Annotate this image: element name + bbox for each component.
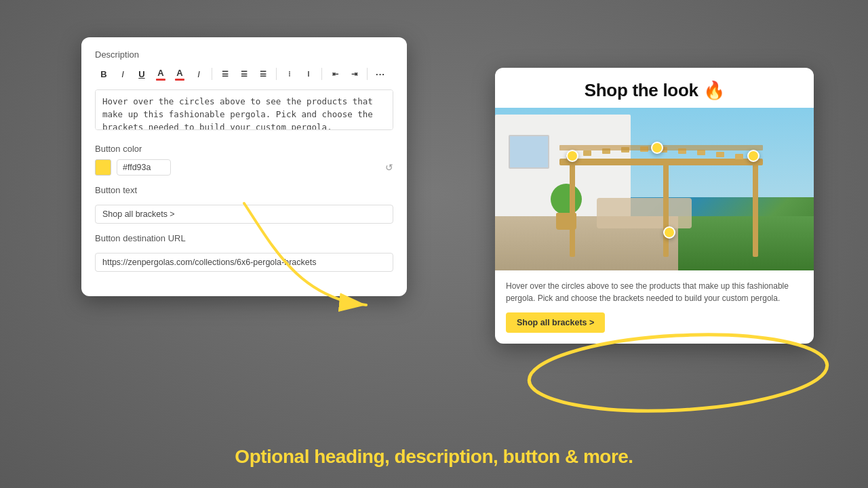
preview-image-area <box>495 108 814 270</box>
button-color-label: Button color <box>95 144 393 154</box>
bold-button[interactable]: B <box>95 65 113 83</box>
svg-rect-1 <box>570 162 575 257</box>
toolbar-divider-3 <box>321 68 322 80</box>
highlight-bar <box>175 79 184 81</box>
hotspot-1[interactable] <box>566 150 578 162</box>
color-preview-row: ↺ <box>95 159 393 176</box>
list-bullet-button[interactable]: ⁝ <box>281 65 298 83</box>
color-swatch[interactable] <box>95 159 111 176</box>
align-center-button[interactable]: ☰ <box>235 65 253 83</box>
editor-toolbar: B I U A A I ☰ ☰ ☰ ⁝ ⁞ ⇤ ⇥ ··· <box>95 65 393 83</box>
indent-more-button[interactable]: ⇥ <box>345 65 363 83</box>
preview-description: Hover over the circles above to see the … <box>506 280 803 304</box>
button-url-input[interactable] <box>95 253 393 272</box>
font-color-bar <box>156 79 165 81</box>
preview-heading: Shop the look 🔥 <box>495 68 814 108</box>
toolbar-divider-1 <box>212 68 212 80</box>
indent-less-button[interactable]: ⇤ <box>326 65 344 83</box>
align-right-button[interactable]: ☰ <box>254 65 272 83</box>
hotspot-3[interactable] <box>747 150 760 162</box>
font-color-button[interactable]: A <box>152 65 170 83</box>
underline-button[interactable]: U <box>133 65 151 83</box>
hotspot-2[interactable] <box>651 142 663 154</box>
svg-rect-3 <box>753 162 758 257</box>
svg-rect-4 <box>559 159 763 165</box>
svg-rect-13 <box>716 152 724 157</box>
button-url-field: Button destination URL <box>95 233 393 272</box>
italic-button[interactable]: I <box>114 65 132 83</box>
more-button[interactable]: ··· <box>372 65 389 83</box>
toolbar-divider-4 <box>367 68 368 80</box>
reset-color-button[interactable]: ↺ <box>385 162 393 173</box>
button-color-field: Button color ↺ <box>95 144 393 176</box>
hotspot-4[interactable] <box>663 226 675 239</box>
svg-rect-6 <box>583 150 591 156</box>
list-ordered-button[interactable]: ⁞ <box>300 65 317 83</box>
button-text-label: Button text <box>95 185 393 195</box>
align-left-button[interactable]: ☰ <box>216 65 234 83</box>
preview-content: Hover over the circles above to see the … <box>495 270 814 344</box>
preview-cta-button[interactable]: Shop all brackets > <box>506 312 605 333</box>
svg-rect-2 <box>663 162 669 257</box>
description-label: Description <box>95 49 393 60</box>
italic2-button[interactable]: I <box>190 65 208 83</box>
highlight-button[interactable]: A <box>171 65 189 83</box>
editor-card: Description B I U A A I ☰ ☰ ☰ ⁝ ⁞ ⇤ ⇥ ··… <box>81 37 407 296</box>
description-textarea[interactable]: Hover over the circles above to see the … <box>95 89 393 130</box>
button-url-label: Button destination URL <box>95 233 393 243</box>
preview-card: Shop the look 🔥 <box>495 68 814 344</box>
color-hex-input[interactable] <box>117 159 171 176</box>
svg-rect-14 <box>735 154 743 159</box>
button-text-field: Button text <box>95 185 393 224</box>
svg-rect-12 <box>697 150 705 155</box>
bottom-text: Optional heading, description, button & … <box>0 446 868 468</box>
toolbar-divider-2 <box>276 68 277 80</box>
button-text-input[interactable] <box>95 205 393 224</box>
pergola-svg <box>495 108 814 270</box>
